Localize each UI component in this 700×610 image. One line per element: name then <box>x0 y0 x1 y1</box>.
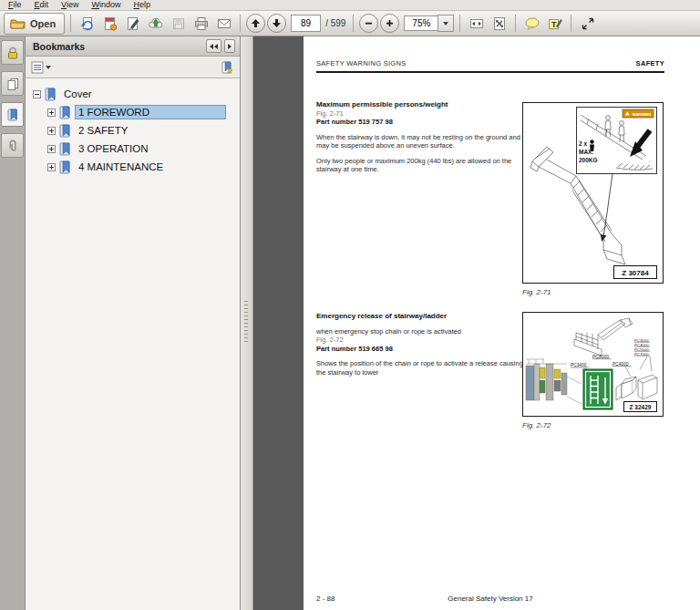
zoom-level-value[interactable]: 75% <box>404 16 438 31</box>
page-total-label: / 599 <box>325 18 345 28</box>
menu-edit[interactable]: Edit <box>28 0 56 10</box>
bookmark-item-foreword[interactable]: 1 FOREWORD <box>33 103 238 121</box>
next-page-button[interactable] <box>267 14 286 33</box>
sign-pen-icon <box>125 16 141 32</box>
section2-title: Emergency release of stairway/ladder <box>316 312 526 321</box>
toolbar-separator <box>515 15 516 32</box>
section2-fig-ref: Fig. 2-72 <box>316 336 526 345</box>
save-button[interactable] <box>168 14 189 34</box>
sign-button[interactable] <box>122 14 143 34</box>
previous-page-button[interactable] <box>246 14 265 33</box>
page-down-icon <box>272 18 282 28</box>
create-pdf-button[interactable] <box>99 14 120 34</box>
expand-panel-button[interactable] <box>224 39 235 53</box>
ladder-down-sign <box>583 369 612 409</box>
print-button[interactable] <box>190 14 211 34</box>
bookmark-item-maintenance[interactable]: 4 MAINTENANCE <box>33 158 238 176</box>
bookmarks-panel-button[interactable] <box>1 102 24 127</box>
pages-panel-button[interactable] <box>1 71 24 96</box>
lock-icon <box>5 45 21 61</box>
open-button[interactable]: Open <box>4 13 65 35</box>
bookmarks-panel-title: Bookmarks <box>33 41 85 52</box>
new-bookmark-button[interactable] <box>220 60 234 75</box>
bookmark-label[interactable]: 4 MAINTENANCE <box>76 160 166 173</box>
expand-expander-icon[interactable] <box>47 127 56 135</box>
weight-label: 200KG <box>579 157 598 163</box>
save-floppy-icon <box>170 16 187 32</box>
bookmarks-panel: Bookmarks <box>26 36 241 610</box>
highlight-text-button[interactable]: T <box>544 14 565 34</box>
splitter-grip-icon <box>244 301 248 345</box>
fit-width-icon <box>468 16 485 32</box>
fullscreen-button[interactable] <box>577 14 598 34</box>
bookmark-icon <box>59 160 71 174</box>
collapse-expander-icon[interactable] <box>33 90 41 98</box>
figure2-caption: Fig. 2-72 <box>522 421 664 429</box>
print-icon <box>193 16 210 32</box>
menu-file[interactable]: File <box>2 0 28 10</box>
zoom-in-button[interactable] <box>380 14 399 33</box>
bookmark-label-selected[interactable]: 1 FOREWORD <box>76 106 225 119</box>
bookmark-label[interactable]: 2 SAFETY <box>76 124 130 137</box>
open-folder-icon <box>10 17 26 29</box>
zoom-out-icon <box>364 18 374 28</box>
bookmark-item-safety[interactable]: 2 SAFETY <box>33 121 238 140</box>
menu-help[interactable]: Help <box>127 0 157 10</box>
zoom-out-button[interactable] <box>359 14 378 33</box>
menu-view[interactable]: View <box>55 0 85 10</box>
security-panel-button[interactable] <box>1 40 24 65</box>
menu-bar: File Edit View Window Help <box>0 0 700 11</box>
page-up-icon <box>251 18 261 28</box>
document-scroll-area[interactable]: SAFETY WARNING SIGNS SAFETY Maximum perm… <box>253 36 700 610</box>
toolbar-separator <box>459 15 460 32</box>
pdf-viewer-window: File Edit View Window Help Open <box>0 0 700 610</box>
cloud-upload-icon <box>148 16 164 32</box>
fit-page-button[interactable] <box>489 14 510 34</box>
svg-text:T: T <box>551 19 557 28</box>
machine-label-pc4000: PC4000 <box>612 362 629 367</box>
figure-2-71-image: WARNING <box>522 102 664 284</box>
page-number-input[interactable] <box>291 15 321 32</box>
attachments-panel-button[interactable] <box>1 133 24 158</box>
page-footer-number: 2 - 88 <box>316 594 335 603</box>
menu-window[interactable]: Window <box>85 0 127 10</box>
pdf-page: SAFETY WARNING SIGNS SAFETY Maximum perm… <box>304 36 700 610</box>
collapse-panel-button[interactable] <box>206 39 221 53</box>
machine-label-pc8000: PC8000 <box>592 354 609 359</box>
upload-button[interactable] <box>145 14 166 34</box>
bookmark-item-cover[interactable]: Cover <box>33 85 238 103</box>
text-highlight-icon: T <box>547 16 563 32</box>
bookmark-icon <box>45 88 57 101</box>
fullscreen-icon <box>580 16 596 32</box>
fit-width-button[interactable] <box>466 14 487 34</box>
main-area: Bookmarks <box>0 36 700 610</box>
expand-expander-icon[interactable] <box>47 163 56 171</box>
bookmark-label[interactable]: Cover <box>61 88 95 100</box>
bookmark-options-button[interactable] <box>31 61 51 74</box>
zoom-level-combo[interactable]: 75% <box>404 15 454 32</box>
figure-2-72: PC8000 PC3000 PC4000 PC5500 PC7000 <box>522 312 664 429</box>
panel-splitter[interactable] <box>241 36 253 610</box>
header-rule <box>316 71 664 73</box>
bookmark-item-operation[interactable]: 3 OPERATION <box>33 140 238 158</box>
bookmark-label[interactable]: 3 OPERATION <box>76 142 150 155</box>
section1-fig-ref: Fig. 2-71 <box>316 109 522 119</box>
bookmarks-tree: Cover 1 FOREWORD <box>26 78 240 610</box>
export-button[interactable] <box>77 14 98 34</box>
figure2-ref-code: Z 32429 <box>630 404 652 410</box>
zoom-dropdown-button[interactable] <box>438 15 454 32</box>
comment-button[interactable] <box>521 14 542 34</box>
new-bookmark-icon <box>220 60 234 75</box>
export-page-icon <box>79 16 96 32</box>
expand-expander-icon[interactable] <box>47 145 56 153</box>
page-footer-title: General Safety Version 17 <box>316 594 664 603</box>
navigation-strip <box>0 36 26 610</box>
pages-icon <box>5 76 21 92</box>
collapse-left-icon <box>214 44 218 49</box>
bookmarks-toolbar <box>26 57 240 78</box>
email-button[interactable] <box>213 14 234 34</box>
machine-group-label-4: PC7000 <box>634 352 649 357</box>
paperclip-icon <box>5 138 21 154</box>
expand-expander-icon[interactable] <box>47 109 56 117</box>
email-icon <box>216 16 232 32</box>
